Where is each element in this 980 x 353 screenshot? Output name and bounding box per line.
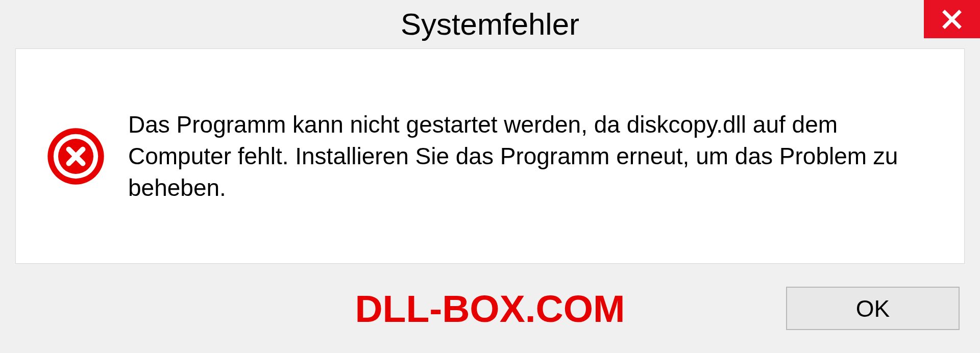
- titlebar: Systemfehler: [0, 0, 980, 48]
- error-icon: [46, 127, 105, 186]
- error-dialog: Systemfehler Das Programm kann nicht ges…: [0, 0, 980, 353]
- watermark-text: DLL-BOX.COM: [355, 287, 625, 331]
- close-icon: [941, 9, 963, 30]
- close-button[interactable]: [924, 0, 980, 38]
- content-area: Das Programm kann nicht gestartet werden…: [15, 48, 965, 264]
- footer: DLL-BOX.COM OK: [0, 264, 980, 353]
- dialog-title: Systemfehler: [401, 7, 579, 42]
- ok-button[interactable]: OK: [786, 287, 960, 330]
- error-message: Das Programm kann nicht gestartet werden…: [128, 109, 934, 204]
